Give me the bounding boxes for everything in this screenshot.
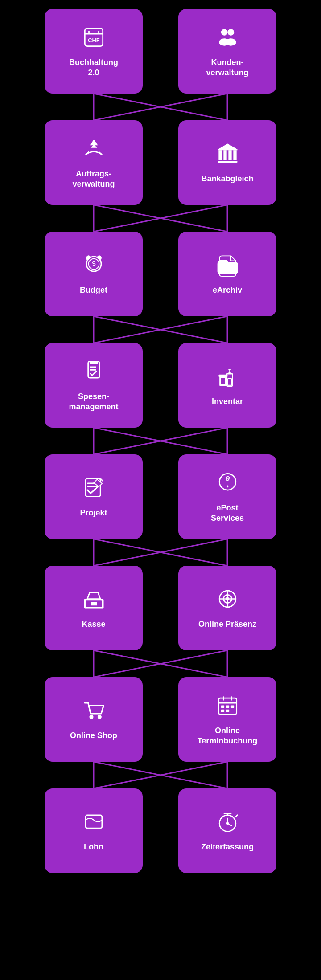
svg-rect-36	[90, 367, 96, 368]
svg-rect-82	[230, 706, 234, 708]
svg-text:✦: ✦	[226, 484, 229, 489]
auftragsverwaltung-label: Auftrags-verwaltung	[72, 169, 115, 189]
module-card-onlineshop[interactable]: Online Shop	[45, 677, 143, 762]
svg-rect-19	[218, 161, 237, 163]
onlinepraesenz-label: Online Präsenz	[198, 619, 256, 629]
spesenmanagement-icon	[82, 359, 106, 387]
connector-1	[45, 205, 276, 232]
budget-icon: $	[82, 253, 106, 281]
svg-text:$: $	[92, 261, 95, 268]
bankabgleich-icon	[215, 141, 240, 169]
connector-2	[45, 316, 276, 343]
zeiterfassung-label: Zeiterfassung	[201, 842, 254, 852]
module-card-lohn[interactable]: Lohn	[45, 788, 143, 873]
buchhaltung-icon: CHF	[82, 25, 106, 53]
inventar-label: Inventar	[212, 396, 243, 407]
onlinetermin-icon	[215, 693, 240, 721]
svg-point-6	[227, 29, 234, 36]
module-card-budget[interactable]: $ Budget	[45, 232, 143, 316]
svg-point-74	[89, 715, 93, 719]
kasse-label: Kasse	[82, 619, 105, 629]
module-card-zeiterfassung[interactable]: Zeiterfassung	[178, 788, 276, 873]
onlinetermin-label: OnlineTerminbuchung	[198, 726, 258, 746]
module-row-7: Lohn Zeiterfassung	[45, 788, 276, 873]
svg-point-5	[221, 29, 227, 36]
svg-rect-17	[228, 150, 231, 160]
module-row-1: Auftrags-verwaltung Bankabgleich	[45, 120, 276, 205]
inventar-icon	[215, 364, 240, 392]
svg-rect-35	[90, 362, 98, 364]
lohn-label: Lohn	[84, 842, 103, 852]
module-card-inventar[interactable]: Inventar	[178, 343, 276, 428]
module-row-0: CHF Buchhaltung2.0 Kunden-verwaltung	[45, 9, 276, 94]
zeiterfassung-icon	[215, 809, 240, 837]
spesenmanagement-label: Spesen-management	[69, 392, 118, 412]
auftragsverwaltung-icon	[82, 136, 106, 164]
onlinepraesenz-icon	[215, 587, 240, 615]
module-card-kundenverwaltung[interactable]: Kunden-verwaltung	[178, 9, 276, 94]
buchhaltung-label: Buchhaltung2.0	[69, 57, 118, 78]
connector-0	[45, 94, 276, 120]
earchiv-icon	[215, 253, 240, 281]
svg-marker-14	[218, 144, 237, 151]
module-card-auftragsverwaltung[interactable]: Auftrags-verwaltung	[45, 120, 143, 205]
svg-text:e: e	[225, 473, 230, 482]
svg-marker-13	[90, 139, 98, 145]
kasse-icon	[82, 587, 106, 615]
kundenverwaltung-icon	[215, 25, 240, 53]
kundenverwaltung-label: Kunden-verwaltung	[206, 57, 248, 78]
svg-point-93	[226, 822, 229, 825]
svg-rect-37	[90, 369, 96, 371]
module-card-onlinepraesenz[interactable]: Online Präsenz	[178, 566, 276, 650]
svg-rect-64	[91, 602, 97, 605]
module-row-2: $ Budget eArchiv	[45, 232, 276, 316]
module-card-spesenmanagement[interactable]: Spesen-management	[45, 343, 143, 428]
module-card-kasse[interactable]: Kasse	[45, 566, 143, 650]
projekt-icon	[82, 475, 106, 503]
connector-4	[45, 539, 276, 566]
svg-line-96	[235, 815, 237, 817]
module-row-4: Projekt e ✦ ePostServices	[45, 454, 276, 539]
onlineshop-label: Online Shop	[70, 731, 117, 741]
connector-6	[45, 762, 276, 788]
svg-rect-15	[218, 150, 222, 160]
svg-rect-45	[227, 379, 231, 385]
module-card-epost[interactable]: e ✦ ePostServices	[178, 454, 276, 539]
module-row-5: Kasse Online Präsenz	[45, 566, 276, 650]
svg-rect-84	[226, 710, 229, 712]
budget-label: Budget	[80, 285, 107, 295]
module-card-onlinetermin[interactable]: OnlineTerminbuchung	[178, 677, 276, 762]
svg-point-75	[97, 715, 101, 719]
module-row-6: Online Shop OnlineTerminbuchung	[45, 677, 276, 762]
svg-rect-81	[226, 706, 229, 708]
svg-rect-80	[221, 706, 224, 708]
epost-label: ePostServices	[211, 503, 244, 523]
svg-rect-18	[233, 150, 236, 160]
svg-rect-39	[221, 378, 225, 384]
module-card-buchhaltung[interactable]: CHF Buchhaltung2.0	[45, 9, 143, 94]
module-card-bankabgleich[interactable]: Bankabgleich	[178, 120, 276, 205]
svg-rect-16	[223, 150, 226, 160]
connector-3	[45, 428, 276, 454]
svg-rect-83	[221, 710, 224, 712]
bankabgleich-label: Bankabgleich	[201, 174, 253, 184]
projekt-label: Projekt	[80, 508, 107, 518]
module-card-projekt[interactable]: Projekt	[45, 454, 143, 539]
modules-container: CHF Buchhaltung2.0 Kunden-verwaltung Auf…	[45, 9, 276, 873]
onlineshop-icon	[82, 698, 106, 726]
earchiv-label: eArchiv	[213, 285, 242, 295]
module-card-earchiv[interactable]: eArchiv	[178, 232, 276, 316]
connector-5	[45, 650, 276, 677]
svg-marker-63	[87, 592, 100, 599]
module-row-3: Spesen-management Inventar	[45, 343, 276, 428]
epost-icon: e ✦	[215, 470, 240, 498]
svg-point-8	[225, 38, 236, 46]
svg-text:CHF: CHF	[88, 37, 100, 44]
lohn-icon	[82, 809, 106, 837]
